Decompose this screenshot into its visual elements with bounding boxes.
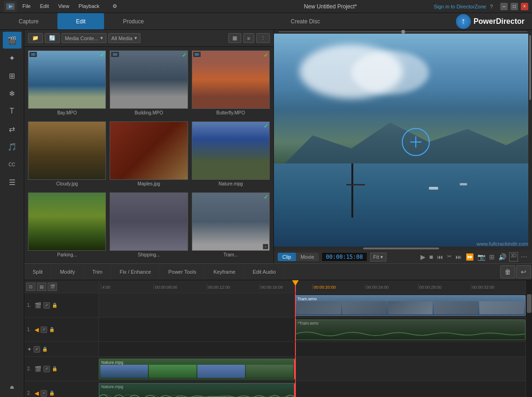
media-thumbnail <box>28 192 106 251</box>
media-thumbnail <box>110 192 188 251</box>
stop-button[interactable]: ■ <box>428 252 434 262</box>
tab-split[interactable]: Split <box>24 264 51 280</box>
undo-button[interactable]: ↩ <box>516 265 531 278</box>
clip-block-tram-audio[interactable]: *Tram.wmv <box>295 319 525 340</box>
play-button[interactable]: ▶ <box>420 252 427 262</box>
fit-dropdown[interactable]: Fit ▾ <box>370 253 386 262</box>
fullscreen-button[interactable]: ⊞ <box>488 252 496 262</box>
clip-block-tram[interactable]: Tram.wmv <box>295 295 525 316</box>
settings-icon[interactable]: ⚙ <box>111 2 119 10</box>
minimize-button[interactable]: – <box>500 3 508 10</box>
3d-button[interactable]: 3D <box>509 252 518 262</box>
media-thumbnail <box>28 121 106 180</box>
list-item[interactable]: 3D ✓ Bay.MPO <box>28 50 106 118</box>
track-lock-fx[interactable]: 🔒 <box>42 347 48 352</box>
tab-fix-enhance[interactable]: Fix / Enhance <box>111 264 160 280</box>
media-filename: Bay.MPO <box>28 110 106 115</box>
tool-titles[interactable]: T <box>3 103 21 120</box>
list-item[interactable]: 3D ✓ Building.MPO <box>110 50 188 118</box>
sign-in-link[interactable]: Sign in to DirectorZone <box>434 4 486 9</box>
list-item[interactable]: ✓ + Tram... <box>192 192 270 260</box>
track-lock-1a[interactable]: 🔒 <box>49 327 55 332</box>
list-view-button[interactable]: ≡ <box>243 33 254 43</box>
menu-view[interactable]: View <box>56 2 71 10</box>
tool-menu[interactable]: ☰ <box>3 174 21 191</box>
tool-media[interactable]: 🎬 <box>3 32 21 49</box>
next-frame-button[interactable]: ⏭ <box>455 252 463 262</box>
menu-bar: File Edit View Playback ⚙ <box>21 2 227 10</box>
track-lock-2a[interactable]: 🔒 <box>49 390 55 396</box>
refresh-button[interactable]: 🔄 <box>45 33 60 43</box>
list-item[interactable]: Maples.jpg <box>110 121 188 189</box>
media-filename: Tram... <box>192 252 270 257</box>
scrollbar-thumb-v[interactable] <box>527 294 532 313</box>
clip-mode-button[interactable]: Clip <box>278 253 296 261</box>
grid-view-button[interactable]: ▦ <box>228 33 241 43</box>
preview-bottom-slider[interactable] <box>274 247 528 250</box>
tab-power-tools[interactable]: Power Tools <box>160 264 205 280</box>
delete-clip-button[interactable]: 🗑 <box>500 265 515 278</box>
filter-dropdown[interactable]: All Media ▾ <box>108 33 140 43</box>
list-item[interactable]: 3D ✓ Butterfly.MPO <box>192 50 270 118</box>
fast-forward-button[interactable]: ⏩ <box>465 252 475 262</box>
clip-block-nature-audio[interactable]: Nature.mpg <box>99 383 295 397</box>
track-lock-1[interactable]: 🔒 <box>52 303 57 308</box>
more-button[interactable]: ⋯ <box>520 252 528 262</box>
tool-transitions[interactable]: ⇄ <box>3 121 21 137</box>
help-icon[interactable]: ? <box>490 4 493 9</box>
list-item[interactable]: Cloudy.jpg <box>28 121 106 189</box>
track-lock-2[interactable]: 🔒 <box>52 366 57 371</box>
list-item[interactable]: ✓ Nature.mpg <box>192 121 270 189</box>
folder-button[interactable]: 📁 <box>28 33 43 43</box>
top-section: 📁 🔄 Media Conte... ▾ All Media ▾ ▦ <box>24 30 532 263</box>
tool-particles[interactable]: ❄ <box>3 85 21 102</box>
folder-icon: 📁 <box>32 35 39 41</box>
tab-edit[interactable]: Edit <box>57 13 105 29</box>
track-label-2-video: 2. 🎬 ✓ 🔒 <box>24 357 98 381</box>
audio-track-icon: ◀ <box>35 326 39 333</box>
timeline-ruler[interactable]: 4:00 00:00:08:00 00:00:12:00 00:00:16:00… <box>99 280 525 293</box>
tab-keyframe[interactable]: Keyframe <box>205 264 244 280</box>
list-item[interactable]: Shipping... <box>110 192 188 260</box>
menu-edit[interactable]: Edit <box>38 2 51 10</box>
tab-modify[interactable]: Modify <box>51 264 84 280</box>
close-button[interactable]: × <box>521 3 528 10</box>
maximize-button[interactable]: □ <box>511 3 518 10</box>
list-item[interactable]: Parking... <box>28 192 106 260</box>
tab-trim[interactable]: Trim <box>84 264 112 280</box>
menu-file[interactable]: File <box>21 2 33 10</box>
track-visibility-1[interactable]: ✓ <box>43 302 50 309</box>
track-visibility-2[interactable]: ✓ <box>43 366 50 372</box>
more-options-button[interactable]: ⋮ <box>256 33 270 43</box>
split-button[interactable]: ✂ <box>446 252 453 262</box>
menu-playback[interactable]: Playback <box>77 2 101 10</box>
left-toolbar: 🎬 ✦ ⊞ ❄ T ⇄ 🎵 CC ☰ ⏏ <box>0 30 24 397</box>
snapshot-button[interactable]: 📷 <box>476 252 486 262</box>
tool-effects[interactable]: ✦ <box>3 50 21 66</box>
prev-frame-button[interactable]: ⏮ <box>436 252 444 262</box>
track-control-2[interactable]: ▤ <box>37 283 46 291</box>
movie-mode-button[interactable]: Movie <box>296 253 319 261</box>
media-filename: Shipping... <box>110 252 188 257</box>
tab-produce[interactable]: Produce <box>104 13 162 29</box>
tool-caption[interactable]: CC <box>3 156 21 173</box>
track-visibility-2a[interactable]: ✓ <box>41 390 47 397</box>
media-thumbnail: 3D ✓ <box>192 50 270 109</box>
vertical-scrollbar[interactable] <box>525 280 532 397</box>
tool-pip[interactable]: ⊞ <box>3 67 21 84</box>
content-dropdown[interactable]: Media Conte... ▾ <box>62 33 106 43</box>
volume-button[interactable]: 🔊 <box>497 252 507 262</box>
track-control-3[interactable]: 🎬 <box>48 283 57 291</box>
preview-right-slider[interactable] <box>528 34 532 250</box>
tool-audio[interactable]: 🎵 <box>3 138 21 155</box>
preview-top-slider[interactable] <box>274 30 532 34</box>
create-disc-tab[interactable]: Create Disc <box>272 15 339 28</box>
tab-edit-audio[interactable]: Edit Audio <box>244 264 285 280</box>
tab-capture[interactable]: Capture <box>0 13 57 29</box>
track-visibility-fx[interactable]: ✓ <box>34 346 40 353</box>
tool-disc[interactable]: ⏏ <box>3 378 21 395</box>
track-visibility-1a[interactable]: ✓ <box>41 326 47 333</box>
track-control-1[interactable]: ⊡ <box>26 283 35 291</box>
clip-block-nature[interactable]: Nature.mpg <box>99 359 295 379</box>
fx-track-icon: ✦ <box>27 346 32 353</box>
